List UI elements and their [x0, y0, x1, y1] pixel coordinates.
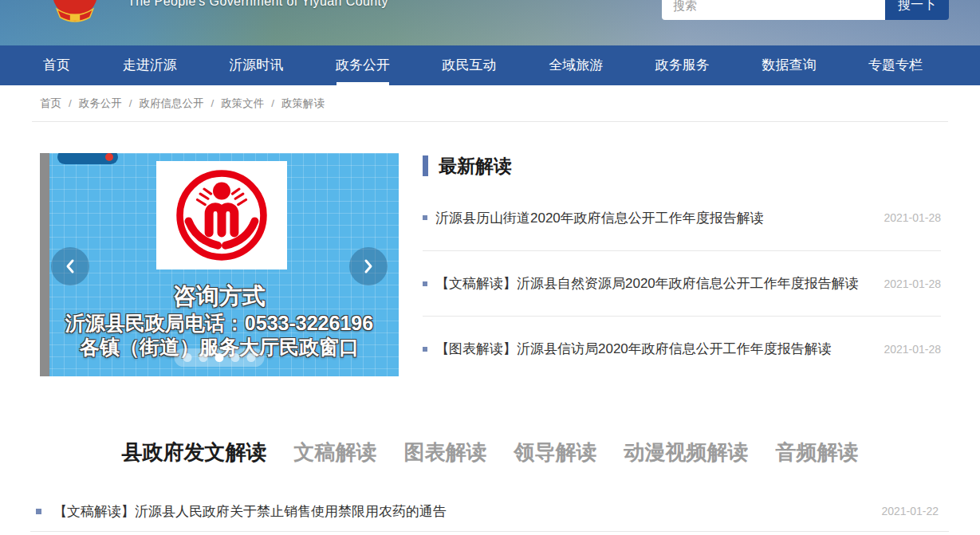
category-tabs: 县政府发文解读文稿解读图表解读领导解读动漫视频解读音频解读	[0, 439, 980, 466]
tab-2[interactable]: 图表解读	[404, 439, 487, 466]
tab-1[interactable]: 文稿解读	[294, 439, 377, 466]
site-header: The People's Government of Yiyuan County…	[0, 0, 980, 45]
breadcrumb-item-0[interactable]: 首页	[40, 97, 61, 109]
breadcrumb-bar: 首页/政务公开/政府信息公开/政策文件/政策解读	[0, 85, 980, 122]
news-date: 2021-01-28	[884, 211, 941, 224]
breadcrumb: 首页/政务公开/政府信息公开/政策文件/政策解读	[40, 85, 325, 121]
civil-affairs-logo-box	[156, 161, 287, 269]
nav-item-3[interactable]: 政务公开	[334, 45, 392, 85]
carousel-dot-1[interactable]	[199, 353, 208, 362]
carousel[interactable]: 咨询方式 沂源县民政局电话：0533-3226196 各镇（街道）服务大厅民政窗…	[40, 153, 399, 376]
carousel-prev-button[interactable]	[51, 247, 89, 285]
breadcrumb-separator: /	[69, 97, 72, 109]
nav-item-4[interactable]: 政民互动	[441, 45, 498, 85]
carousel-dot-3[interactable]	[231, 353, 240, 362]
breadcrumb-item-1[interactable]: 政务公开	[79, 97, 122, 109]
breadcrumb-item-4[interactable]: 政策解读	[281, 97, 325, 109]
news-row: 沂源县历山街道2020年政府信息公开工作年度报告解读2021-01-28	[423, 185, 941, 250]
slide-badge	[57, 153, 118, 164]
news-row: 【图表解读】沂源县信访局2020年政府信息公开工作年度报告解读2021-01-2…	[423, 316, 941, 381]
latest-section-header: 最新解读	[423, 153, 941, 179]
nav-item-0[interactable]: 首页	[41, 45, 72, 85]
slide-caption: 咨询方式 沂源县民政局电话：0533-3226196 各镇（街道）服务大厅民政窗…	[40, 281, 399, 359]
chevron-left-icon	[63, 258, 77, 275]
section-title: 最新解读	[439, 154, 512, 179]
accent-bar	[423, 155, 428, 176]
news-title[interactable]: 沂源县历山街道2020年政府信息公开工作年度报告解读	[435, 209, 868, 227]
search-button[interactable]: 搜一下	[885, 0, 949, 20]
bullet-icon	[423, 215, 427, 220]
tab-5[interactable]: 音频解读	[776, 439, 859, 466]
breadcrumb-item-2[interactable]: 政府信息公开	[140, 97, 204, 109]
tab-0[interactable]: 县政府发文解读	[122, 439, 267, 466]
nav-item-2[interactable]: 沂源时讯	[227, 45, 285, 85]
divider	[30, 531, 949, 532]
slide-line2: 沂源县民政局电话：0533-3226196	[40, 311, 399, 335]
civil-affairs-logo-icon	[173, 167, 270, 264]
article-list: 【文稿解读】沂源县人民政府关于禁止销售使用禁限用农药的通告2021-01-22	[0, 498, 980, 525]
bullet-icon	[423, 347, 427, 352]
news-row: 【文稿解读】沂源县自然资源局2020年政府信息公开工作年度报告解读2021-01…	[423, 250, 941, 316]
bullet-icon	[423, 281, 427, 286]
carousel-dot-2[interactable]	[215, 353, 224, 362]
carousel-next-button[interactable]	[349, 247, 388, 285]
latest-section: 最新解读 沂源县历山街道2020年政府信息公开工作年度报告解读2021-01-2…	[423, 153, 941, 381]
main-nav: 首页走进沂源沂源时讯政务公开政民互动全域旅游政务服务数据查询专题专栏	[0, 45, 980, 85]
news-title[interactable]: 【文稿解读】沂源县自然资源局2020年政府信息公开工作年度报告解读	[435, 274, 868, 293]
nav-item-8[interactable]: 专题专栏	[867, 45, 924, 85]
slide-title: 咨询方式	[40, 281, 399, 311]
article-title[interactable]: 【文稿解读】沂源县人民政府关于禁止销售使用禁限用农药的通告	[53, 502, 881, 521]
carousel-dots	[175, 348, 265, 367]
breadcrumb-separator: /	[129, 97, 132, 109]
tab-3[interactable]: 领导解读	[514, 439, 597, 466]
chevron-right-icon	[361, 258, 376, 275]
breadcrumb-item-3[interactable]: 政策文件	[221, 97, 264, 109]
nav-item-6[interactable]: 政务服务	[654, 45, 711, 85]
news-date: 2021-01-28	[884, 277, 941, 290]
nav-item-1[interactable]: 走进沂源	[121, 45, 179, 85]
latest-list: 沂源县历山街道2020年政府信息公开工作年度报告解读2021-01-28【文稿解…	[423, 185, 941, 381]
tab-4[interactable]: 动漫视频解读	[624, 439, 749, 466]
carousel-dot-0[interactable]	[183, 353, 192, 362]
carousel-dot-4[interactable]	[247, 353, 256, 362]
news-date: 2021-01-28	[884, 343, 941, 356]
search-input[interactable]	[662, 0, 885, 20]
badge-dot	[105, 153, 113, 161]
article-row: 【文稿解读】沂源县人民政府关于禁止销售使用禁限用农药的通告2021-01-22	[0, 498, 980, 525]
news-title[interactable]: 【图表解读】沂源县信访局2020年政府信息公开工作年度报告解读	[435, 340, 868, 358]
national-emblem-logo	[48, 0, 102, 24]
nav-item-7[interactable]: 数据查询	[760, 45, 817, 85]
breadcrumb-separator: /	[271, 97, 274, 109]
nav-list: 首页走进沂源沂源时讯政务公开政民互动全域旅游政务服务数据查询专题专栏	[41, 45, 924, 85]
nav-item-5[interactable]: 全域旅游	[547, 45, 604, 85]
breadcrumb-separator: /	[211, 97, 214, 109]
search-bar: 搜一下	[662, 0, 949, 20]
bullet-icon	[36, 509, 41, 514]
site-subtitle-en: The People's Government of Yiyuan County	[128, 0, 388, 9]
article-date: 2021-01-22	[881, 505, 939, 517]
